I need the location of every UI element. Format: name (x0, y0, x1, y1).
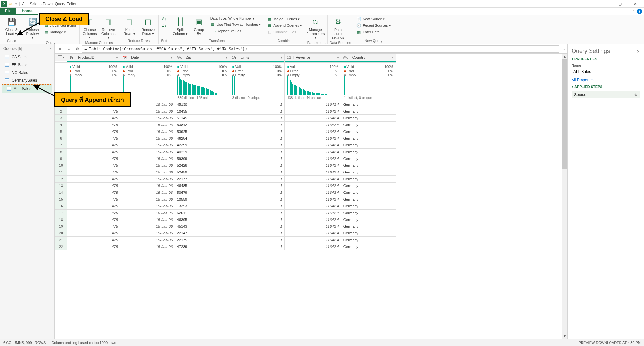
cell-productid[interactable]: 475 (67, 122, 120, 128)
cell-zip[interactable]: 42399 (175, 142, 230, 149)
type-icon[interactable]: 📅 (120, 56, 129, 59)
cell-productid[interactable]: 475 (67, 237, 120, 243)
cell-units[interactable]: 1 (230, 203, 284, 210)
data-type-button[interactable]: Data Type: Whole Number ▾ (209, 16, 262, 21)
cell-country[interactable]: Germany (341, 142, 396, 149)
cell-revenue[interactable]: 11642.4 (284, 115, 341, 122)
manage-button[interactable]: ▤Manage ▾ (43, 29, 77, 35)
cell-productid[interactable]: 475 (67, 142, 120, 149)
cell-productid[interactable]: 475 (67, 169, 120, 176)
cell-units[interactable]: 1 (230, 142, 284, 149)
table-row[interactable]: 13 475 15-Jan-06 46485 1 11642.4 Germany (55, 183, 396, 189)
cell-productid[interactable]: 475 (67, 230, 120, 237)
group-by-button[interactable]: ▣Group By (191, 16, 207, 36)
cell-revenue[interactable]: 11642.4 (284, 223, 341, 230)
cell-productid[interactable]: 475 (67, 223, 120, 230)
type-icon[interactable]: 1²₃ (67, 56, 76, 59)
cell-country[interactable]: Germany (341, 135, 396, 142)
table-row[interactable]: 18 475 15-Jan-06 46395 1 11642.4 Germany (55, 216, 396, 223)
cell-country[interactable]: Germany (341, 196, 396, 203)
cell-revenue[interactable]: 11642.4 (284, 169, 341, 176)
cell-revenue[interactable]: 11642.4 (284, 243, 341, 250)
cell-revenue[interactable]: 11642.4 (284, 155, 341, 162)
gear-icon[interactable]: ⚙ (634, 93, 638, 97)
cell-productid[interactable]: 475 (67, 196, 120, 203)
merge-queries-button[interactable]: ▦Merge Queries ▾ (266, 16, 303, 22)
cell-revenue[interactable]: 11642.4 (284, 142, 341, 149)
formula-expand-icon[interactable]: ⌄ (562, 47, 565, 51)
cell-revenue[interactable]: 11642.4 (284, 135, 341, 142)
table-row[interactable]: 20 475 15-Jan-06 22147 1 11642.4 Germany (55, 230, 396, 237)
cell-revenue[interactable]: 11642.4 (284, 128, 341, 135)
cell-country[interactable]: Germany (341, 189, 396, 196)
cell-country[interactable]: Germany (341, 128, 396, 135)
cell-country[interactable]: Germany (341, 183, 396, 189)
cell-date[interactable]: 15-Jan-06 (120, 183, 175, 189)
cell-units[interactable]: 1 (230, 243, 284, 250)
tab-home[interactable]: Home (16, 8, 37, 15)
cell-date[interactable]: 15-Jan-06 (120, 162, 175, 169)
table-row[interactable]: 6 475 15-Jan-06 46284 1 11642.4 Germany (55, 135, 396, 142)
column-header[interactable]: 1.2 Revenue ▾ (285, 54, 341, 61)
cell-revenue[interactable]: 11642.4 (284, 230, 341, 237)
cell-productid[interactable]: 475 (67, 176, 120, 183)
table-row[interactable]: 5 475 15-Jan-06 53925 1 11642.4 Germany (55, 128, 396, 135)
cell-units[interactable]: 1 (230, 237, 284, 243)
cell-date[interactable]: 15-Jan-06 (120, 203, 175, 210)
cell-zip[interactable]: 46395 (175, 216, 230, 223)
table-row[interactable]: 2 475 15-Jan-06 10435 1 11642.4 Germany (55, 108, 396, 115)
cell-country[interactable]: Germany (341, 216, 396, 223)
table-row[interactable]: 8 475 15-Jan-06 40229 1 11642.4 Germany (55, 149, 396, 155)
cell-zip[interactable]: 45143 (175, 223, 230, 230)
cell-zip[interactable]: 10559 (175, 196, 230, 203)
use-first-row-button[interactable]: ▦Use First Row as Headers ▾ (209, 22, 262, 27)
cell-date[interactable]: 15-Jan-06 (120, 210, 175, 216)
cell-zip[interactable]: 22175 (175, 237, 230, 243)
cell-country[interactable]: Germany (341, 176, 396, 183)
cell-units[interactable]: 1 (230, 101, 284, 108)
cell-country[interactable]: Germany (341, 162, 396, 169)
cell-revenue[interactable]: 11642.4 (284, 108, 341, 115)
maximize-button[interactable]: ▢ (615, 2, 625, 6)
cell-country[interactable]: Germany (341, 237, 396, 243)
cell-date[interactable]: 15-Jan-06 (120, 135, 175, 142)
cell-date[interactable]: 15-Jan-06 (120, 189, 175, 196)
cell-productid[interactable]: 475 (67, 155, 120, 162)
table-row[interactable]: 7 475 15-Jan-06 42399 1 11642.4 Germany (55, 142, 396, 149)
cell-revenue[interactable]: 11642.4 (284, 196, 341, 203)
cell-date[interactable]: 15-Jan-06 (120, 122, 175, 128)
cell-zip[interactable]: 22177 (175, 176, 230, 183)
cell-revenue[interactable]: 11642.4 (284, 162, 341, 169)
cell-revenue[interactable]: 11642.4 (284, 101, 341, 108)
tab-file[interactable]: File (0, 8, 16, 15)
cell-productid[interactable]: 475 (67, 203, 120, 210)
remove-rows-button[interactable]: ▤Remove Rows ▾ (140, 16, 156, 36)
column-filter-dropdown[interactable]: ▾ (224, 55, 230, 60)
table-row[interactable]: 3 475 15-Jan-06 51145 1 11642.4 Germany (55, 115, 396, 122)
cell-zip[interactable]: 53842 (175, 122, 230, 128)
column-filter-dropdown[interactable]: ▾ (114, 55, 120, 60)
data-grid[interactable]: ▾ 1²₃ ProductID ▾ 📅 Date ▾ Aᴮc Zip ▾ 1²₃… (55, 54, 562, 339)
cell-zip[interactable]: 51145 (175, 115, 230, 122)
cell-country[interactable]: Germany (341, 243, 396, 250)
cell-date[interactable]: 15-Jan-06 (120, 176, 175, 183)
column-header[interactable]: 1²₃ ProductID ▾ (67, 54, 120, 61)
cell-units[interactable]: 1 (230, 149, 284, 155)
cell-date[interactable]: 15-Jan-06 (120, 108, 175, 115)
step-source[interactable]: Source ⚙ (572, 91, 640, 98)
cell-country[interactable]: Germany (341, 210, 396, 216)
cell-zip[interactable]: 46284 (175, 135, 230, 142)
manage-parameters-button[interactable]: 🗂Manage Parameters ▾ (307, 16, 324, 40)
cell-date[interactable]: 15-Jan-06 (120, 169, 175, 176)
keep-rows-button[interactable]: ▤Keep Rows ▾ (121, 16, 138, 36)
cell-productid[interactable]: 475 (67, 149, 120, 155)
table-row[interactable]: 16 475 15-Jan-06 13353 1 11642.4 Germany (55, 203, 396, 210)
cell-date[interactable]: 15-Jan-06 (120, 243, 175, 250)
table-row[interactable]: 21 475 15-Jan-06 22175 1 11642.4 Germany (55, 237, 396, 243)
table-row[interactable]: 17 475 15-Jan-06 52511 1 11642.4 Germany (55, 210, 396, 216)
qat-dropdown[interactable]: ▾ (14, 2, 18, 5)
cell-productid[interactable]: 475 (67, 243, 120, 250)
column-header[interactable]: 📅 Date ▾ (120, 54, 175, 61)
table-row[interactable]: 11 475 15-Jan-06 52459 1 11642.4 Germany (55, 169, 396, 176)
cell-date[interactable]: 15-Jan-06 (120, 155, 175, 162)
